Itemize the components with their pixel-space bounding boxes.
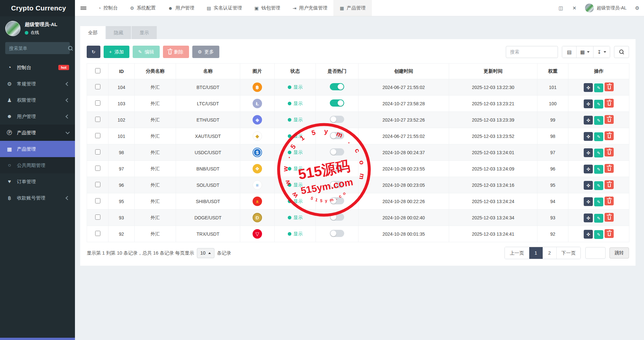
- edit-row-button[interactable]: ✎: [594, 116, 603, 125]
- hot-toggle[interactable]: [330, 230, 344, 237]
- theme-icon[interactable]: ◫: [554, 0, 568, 16]
- row-checkbox[interactable]: [95, 100, 100, 106]
- delete-row-button[interactable]: [605, 148, 614, 156]
- move-button[interactable]: ✜: [584, 230, 593, 239]
- sidebar-item-dashboard[interactable]: ◔控制台hot: [0, 59, 75, 76]
- sidebar-toggle-button[interactable]: [75, 0, 92, 16]
- tab-显示[interactable]: 显示: [132, 26, 157, 39]
- page-button-2[interactable]: 2: [543, 247, 557, 259]
- move-button[interactable]: ✜: [584, 116, 593, 125]
- move-button[interactable]: ✜: [584, 148, 593, 157]
- edit-row-button[interactable]: ✎: [594, 230, 603, 239]
- hot-toggle[interactable]: [330, 148, 344, 155]
- sidebar-item-orders[interactable]: ♥订单管理: [0, 173, 75, 190]
- move-button[interactable]: ✜: [584, 165, 593, 173]
- hot-toggle[interactable]: [330, 83, 344, 90]
- delete-row-button[interactable]: [605, 115, 614, 124]
- delete-button[interactable]: 删除: [163, 46, 189, 58]
- row-checkbox[interactable]: [95, 231, 100, 236]
- row-checkbox[interactable]: [95, 133, 100, 138]
- page-size-dropdown[interactable]: 10: [197, 248, 214, 258]
- tab-隐藏[interactable]: 隐藏: [106, 26, 131, 39]
- nav-item-product[interactable]: ▦产品管理: [333, 0, 372, 16]
- search-button[interactable]: [614, 46, 629, 58]
- move-button[interactable]: ✜: [584, 214, 593, 222]
- edit-button[interactable]: ✎ 编辑: [133, 46, 160, 58]
- edit-row-button[interactable]: ✎: [594, 198, 603, 206]
- edit-row-button[interactable]: ✎: [594, 181, 603, 190]
- sidebar-item-general[interactable]: ⚙常规管理: [0, 76, 75, 92]
- row-checkbox[interactable]: [95, 149, 100, 155]
- hot-toggle[interactable]: [330, 99, 344, 107]
- move-button[interactable]: ✜: [584, 99, 593, 108]
- sidebar-item-public-cycle[interactable]: ○公共周期管理: [0, 157, 75, 173]
- edit-row-button[interactable]: ✎: [594, 165, 603, 174]
- move-button[interactable]: ✜: [584, 83, 593, 92]
- row-checkbox[interactable]: [95, 117, 100, 122]
- delete-row-button[interactable]: [605, 99, 614, 108]
- hot-toggle[interactable]: [330, 116, 344, 123]
- row-checkbox[interactable]: [95, 182, 100, 187]
- sidebar-item-product[interactable]: ▦产品管理: [0, 141, 75, 157]
- col-header-select-all: [87, 64, 109, 79]
- cell-status: 显示: [275, 177, 316, 193]
- sidebar-item-product-parent[interactable]: Ⓟ产品管理: [0, 125, 75, 141]
- delete-row-button[interactable]: [605, 164, 614, 173]
- search-icon[interactable]: [68, 46, 73, 51]
- prev-page-button[interactable]: 上一页: [505, 247, 529, 259]
- row-checkbox[interactable]: [95, 84, 100, 89]
- delete-row-button[interactable]: [605, 213, 614, 222]
- columns-button[interactable]: ▦: [577, 46, 593, 58]
- hot-toggle[interactable]: [330, 165, 344, 172]
- nav-item-dashboard[interactable]: ◔控制台: [92, 0, 124, 16]
- tab-全部[interactable]: 全部: [80, 26, 105, 39]
- edit-row-button[interactable]: ✎: [594, 83, 603, 92]
- delete-row-button[interactable]: [605, 82, 614, 91]
- cell-image: ▽: [240, 226, 275, 242]
- move-button[interactable]: ✜: [584, 181, 593, 190]
- delete-row-button[interactable]: [605, 229, 614, 238]
- row-checkbox[interactable]: [95, 166, 100, 171]
- row-checkbox[interactable]: [95, 198, 100, 203]
- more-button[interactable]: ⚙ 更多: [192, 46, 220, 58]
- edit-row-button[interactable]: ✎: [594, 214, 603, 223]
- move-button[interactable]: ✜: [584, 197, 593, 206]
- hot-toggle[interactable]: [330, 197, 344, 204]
- row-checkbox[interactable]: [95, 214, 100, 220]
- fullscreen-icon[interactable]: ✕: [568, 0, 581, 16]
- detail-view-button[interactable]: ▤: [562, 46, 577, 58]
- row-name: ETH/USDT: [176, 112, 240, 128]
- sidebar-search-input[interactable]: [9, 46, 68, 51]
- edit-row-button[interactable]: ✎: [594, 149, 603, 157]
- status-label: 显示: [294, 101, 303, 107]
- delete-row-button[interactable]: [605, 197, 614, 205]
- next-page-button[interactable]: 下一页: [557, 247, 581, 259]
- sidebar-item-users[interactable]: ☻用户管理: [0, 108, 75, 125]
- nav-item-user-mgmt[interactable]: ☻用户管理: [162, 0, 201, 16]
- pencil-icon: ✎: [597, 167, 601, 171]
- nav-item-system-config[interactable]: ⚙系统配置: [124, 0, 162, 16]
- hot-toggle[interactable]: [330, 214, 344, 221]
- edit-row-button[interactable]: ✎: [594, 100, 603, 109]
- sidebar-item-permission[interactable]: ♟权限管理: [0, 92, 75, 108]
- export-button[interactable]: ↧: [593, 46, 610, 58]
- sidebar-item-payment-accounts[interactable]: ฿收款账号管理: [0, 190, 75, 206]
- page-button-1[interactable]: 1: [529, 247, 543, 259]
- jump-button[interactable]: 跳转: [609, 247, 629, 259]
- hot-toggle[interactable]: [330, 132, 344, 139]
- nav-item-wallet[interactable]: ▣钱包管理: [248, 0, 286, 16]
- add-button[interactable]: + 添加: [104, 46, 129, 58]
- navbar-user[interactable]: 超级管理员-AL: [581, 4, 631, 12]
- refresh-button[interactable]: ↻: [87, 46, 100, 58]
- table-search-input[interactable]: [506, 46, 558, 58]
- settings-gears-icon[interactable]: ⚙: [631, 0, 644, 16]
- delete-row-button[interactable]: [605, 131, 614, 140]
- jump-page-input[interactable]: [585, 247, 606, 259]
- hot-toggle[interactable]: [330, 181, 344, 188]
- delete-row-button[interactable]: [605, 180, 614, 189]
- select-all-checkbox[interactable]: [95, 68, 100, 73]
- nav-item-kyc[interactable]: ▤实名认证管理: [200, 0, 248, 16]
- nav-item-recharge[interactable]: ⇥用户充值管理: [286, 0, 334, 16]
- edit-row-button[interactable]: ✎: [594, 132, 603, 141]
- move-button[interactable]: ✜: [584, 132, 593, 141]
